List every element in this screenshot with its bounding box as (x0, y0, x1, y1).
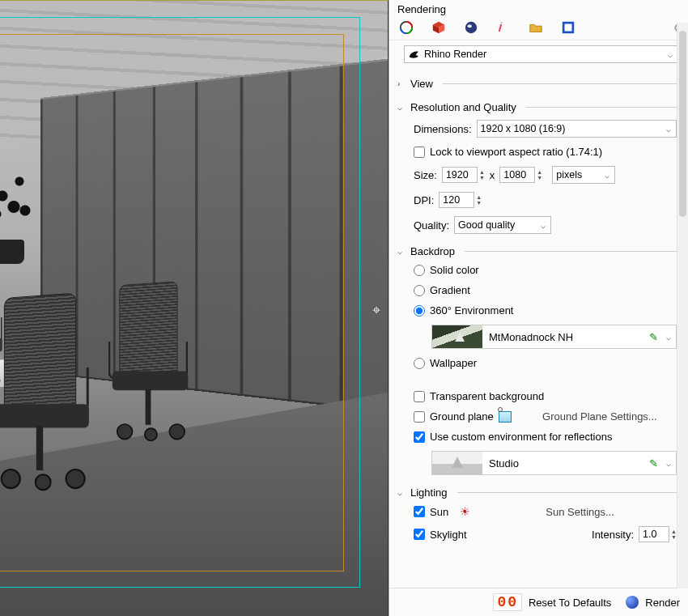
skylight-checkbox[interactable] (414, 529, 425, 540)
custom-env-checkbox[interactable] (414, 431, 425, 443)
render-sphere-icon (626, 596, 639, 609)
sun-settings-link[interactable]: Sun Settings... (483, 506, 677, 518)
spinner-icon[interactable]: ▲▼ (479, 169, 485, 181)
render-button[interactable]: Render (626, 596, 680, 609)
transparent-bg-label: Transparent background (430, 390, 544, 402)
svg-point-2 (468, 24, 472, 28)
size-x: x (490, 169, 495, 181)
skylight-label: Skylight (430, 529, 467, 541)
chevron-down-icon: ⌵ (541, 221, 546, 230)
backdrop-gradient-label: Gradient (430, 284, 470, 296)
custom-env-label: Use custom environment for reflections (430, 431, 612, 443)
rendering-panel: Rendering ⚙ Rhino Render ⌵ › View (389, 0, 688, 616)
studio-name: Studio (482, 457, 646, 469)
lock-aspect-label: Lock to viewport aspect ratio (1.74:1) (430, 146, 602, 158)
panel-scrollbar[interactable] (677, 23, 688, 588)
spinner-icon[interactable]: ▲▼ (671, 529, 677, 540)
quality-dropdown[interactable]: Good quality ⌵ (454, 216, 551, 234)
lock-aspect-checkbox[interactable] (414, 147, 425, 158)
backdrop-360-radio[interactable] (414, 305, 425, 316)
divider (526, 107, 682, 108)
quality-label: Quality: (414, 219, 449, 232)
size-units-dropdown[interactable]: pixels ⌵ (552, 166, 615, 184)
size-label: Size: (414, 169, 437, 181)
renderer-dropdown[interactable]: Rhino Render ⌵ (404, 45, 678, 63)
chevron-down-icon: ⌵ (605, 171, 609, 180)
viewport-3d[interactable]: ⌖ (0, 0, 389, 616)
chevron-down-icon: ⌵ (397, 488, 406, 497)
sun-checkbox[interactable] (414, 506, 425, 517)
section-resolution-header[interactable]: ⌵ Resolution and Quality (397, 100, 682, 115)
section-lighting-header[interactable]: ⌵ Lighting (397, 485, 682, 500)
reset-defaults-button[interactable]: 00 Reset To Defaults (493, 593, 611, 611)
svg-point-1 (465, 22, 477, 33)
section-backdrop-title: Backdrop (410, 245, 455, 257)
chevron-down-icon: ⌵ (397, 247, 406, 256)
backdrop-wallpaper-radio[interactable] (414, 358, 425, 369)
panel-tabs: ⚙ (389, 17, 688, 40)
backdrop-wallpaper-label: Wallpaper (430, 357, 477, 369)
size-units-value: pixels (556, 169, 582, 181)
ground-plane-settings-link[interactable]: Ground Plane Settings... (523, 410, 677, 423)
scrollbar-thumb[interactable] (679, 31, 686, 217)
section-view-header[interactable]: › View (397, 76, 682, 91)
spinner-icon[interactable]: ▲▼ (537, 169, 542, 181)
dpi-label: DPI: (414, 194, 434, 206)
cursor-icon: ⌖ (372, 302, 380, 319)
tab-materials-icon[interactable] (431, 20, 446, 35)
studio-thumbnail (432, 452, 482, 474)
safe-frame-outer (0, 17, 360, 588)
chevron-down-icon[interactable]: ⌵ (661, 333, 676, 342)
intensity-input[interactable] (639, 526, 669, 542)
dpi-input[interactable] (439, 192, 474, 208)
tab-render-icon[interactable] (399, 20, 414, 35)
renderer-name: Rhino Render (424, 49, 486, 60)
backdrop-gradient-radio[interactable] (414, 285, 425, 296)
backdrop-360-label: 360° Environment (430, 304, 513, 316)
panel-footer: 00 Reset To Defaults Render (389, 588, 688, 616)
dimensions-value: 1920 x 1080 (16:9) (481, 123, 566, 134)
edit-icon[interactable]: ✎ (646, 331, 661, 343)
intensity-label: Intensity: (592, 529, 634, 541)
render-label: Render (645, 597, 680, 609)
chevron-right-icon: › (397, 79, 406, 88)
size-width-input[interactable] (442, 167, 478, 183)
chevron-down-icon[interactable]: ⌵ (661, 459, 676, 468)
rhino-logo-icon (408, 48, 421, 61)
chevron-down-icon: ⌵ (397, 103, 406, 112)
spinner-icon[interactable]: ▲▼ (476, 194, 482, 206)
transparent-bg-checkbox[interactable] (414, 391, 425, 402)
panel-scroll-area[interactable]: Rhino Render ⌵ › View ⌵ Resolution and Q… (389, 40, 688, 588)
size-height-input[interactable] (499, 167, 535, 183)
reflection-env-selector[interactable]: Studio ✎ ⌵ (431, 451, 677, 475)
section-backdrop-header[interactable]: ⌵ Backdrop (397, 244, 682, 259)
tab-libraries-icon[interactable] (529, 20, 543, 35)
panel-title: Rendering (389, 0, 688, 17)
tab-groundplane-icon[interactable] (561, 20, 575, 35)
tab-texture-icon[interactable] (496, 20, 511, 35)
environment-name: MtMonadnock NH (482, 331, 646, 343)
edit-icon[interactable]: ✎ (646, 457, 661, 469)
section-resolution-title: Resolution and Quality (410, 101, 516, 113)
divider (465, 251, 682, 252)
environment-thumbnail (432, 325, 482, 348)
environment-selector[interactable]: MtMonadnock NH ✎ ⌵ (431, 325, 677, 349)
ground-plane-icon (499, 411, 512, 423)
tab-environment-icon[interactable] (464, 20, 478, 35)
divider (443, 83, 682, 84)
section-lighting-title: Lighting (410, 486, 448, 499)
chevron-down-icon: ⌵ (668, 50, 673, 59)
dimensions-label: Dimensions: (414, 123, 472, 135)
reset-defaults-label: Reset To Defaults (529, 597, 611, 609)
ground-plane-checkbox[interactable] (414, 411, 425, 423)
sun-icon: ☀ (460, 505, 470, 518)
dimensions-dropdown[interactable]: 1920 x 1080 (16:9) ⌵ (477, 120, 677, 138)
divider (457, 492, 682, 493)
ground-plane-label: Ground plane (430, 410, 494, 423)
backdrop-solid-label: Solid color (430, 264, 479, 276)
section-view-title: View (410, 78, 433, 90)
sun-label: Sun (430, 506, 448, 518)
svg-rect-4 (565, 24, 572, 32)
chevron-down-icon: ⌵ (666, 125, 671, 134)
backdrop-solid-radio[interactable] (414, 265, 425, 276)
